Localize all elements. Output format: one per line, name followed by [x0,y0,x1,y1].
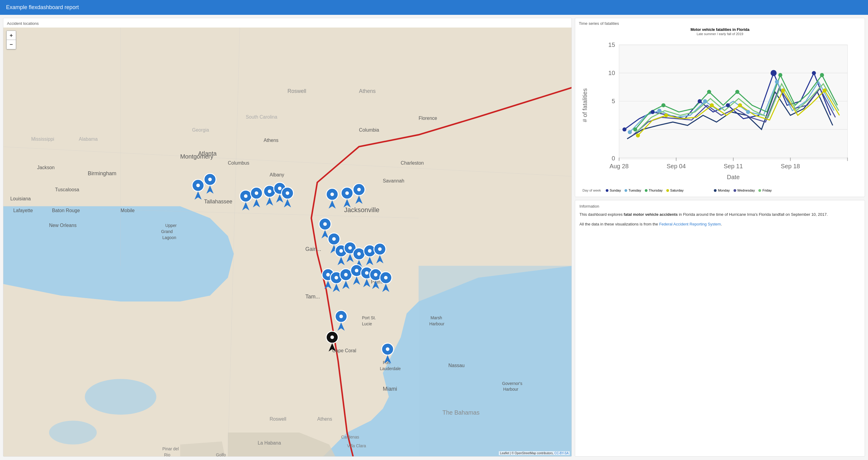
zoom-in-button[interactable]: + [7,31,16,40]
svg-text:Louisiana: Louisiana [10,196,31,201]
svg-point-67 [255,191,258,195]
svg-point-141 [628,130,632,134]
svg-text:Sep 18: Sep 18 [781,163,800,169]
svg-point-153 [664,113,668,117]
tuesday-label: Tuesday [628,189,641,192]
svg-point-77 [345,191,349,195]
tuesday-dot [624,189,627,192]
chart-legend: Day of week Sunday Tuesday Thursday [579,187,861,192]
svg-point-135 [623,127,627,131]
legend-thursday: Thursday [645,189,663,192]
legend-monday: Monday [714,189,730,192]
svg-text:Gain...: Gain... [305,246,321,252]
svg-point-2 [49,421,97,445]
wednesday-label: Wednesday [738,189,755,192]
info-panel-title: Information [579,204,861,208]
svg-text:10: 10 [609,70,615,76]
svg-text:Port St.: Port St. [362,316,376,320]
svg-text:Aug 28: Aug 28 [610,163,629,169]
chart-title: Motor vehicle fatalities in Florida [579,28,861,32]
svg-point-142 [657,109,661,112]
svg-point-69 [268,190,271,193]
svg-text:Roswell: Roswell [287,88,306,94]
federal-accident-reporting-link[interactable]: Federal Accident Reporting System [659,222,721,226]
svg-point-151 [820,73,824,77]
svg-point-154 [710,103,714,107]
svg-text:Montgomery: Montgomery [180,153,213,160]
svg-text:Florence: Florence [418,116,437,121]
svg-point-157 [823,88,827,92]
svg-text:Governor's: Governor's [502,381,522,386]
svg-point-111 [386,348,390,351]
svg-point-79 [357,188,361,191]
svg-text:Athens: Athens [264,138,278,143]
svg-point-149 [735,90,739,94]
svg-point-143 [703,99,707,103]
svg-text:Villa Clara: Villa Clara [347,443,366,448]
friday-dot [758,189,761,192]
svg-text:5: 5 [612,98,615,104]
svg-point-83 [332,237,336,241]
svg-text:Albany: Albany [270,172,284,177]
svg-text:Jacksonville: Jacksonville [344,206,379,213]
info-p2-before: All the data in these visualizations is … [579,222,659,226]
monday-dot [714,189,717,192]
map-attribution: Leaflet | © OpenStreetMap contributors, … [499,451,570,455]
svg-text:New Orleans: New Orleans [49,223,76,228]
svg-point-144 [746,110,750,114]
friday-label: Friday [762,189,772,192]
svg-point-71 [278,187,282,190]
svg-text:La Habana: La Habana [258,440,281,446]
svg-text:Georgia: Georgia [192,127,209,133]
info-panel: Information This dashboard explores fata… [575,200,865,457]
svg-text:Columbia: Columbia [359,127,379,133]
svg-point-113 [331,335,334,339]
svg-text:Pinar del: Pinar del [162,447,179,451]
svg-text:Mobile: Mobile [121,208,135,213]
cc-by-sa-link[interactable]: CC-BY-SA [554,452,568,455]
svg-point-146 [633,127,637,131]
svg-point-145 [775,80,779,84]
svg-text:Rio: Rio [164,453,170,456]
legend-wednesday: Wednesday [734,189,755,192]
chart-panel: Time series of fatalities Motor vehicle … [575,18,865,197]
svg-point-139 [771,70,777,76]
svg-text:Date: Date [727,174,740,180]
sunday-dot [606,189,609,192]
svg-text:Athens: Athens [359,88,376,94]
svg-point-89 [357,252,361,256]
svg-text:South Carolina: South Carolina [246,114,277,120]
svg-text:Tuscaloosa: Tuscaloosa [55,187,79,192]
svg-text:Baton Rouge: Baton Rouge [52,208,80,213]
wednesday-dot [734,189,736,192]
thursday-label: Thursday [649,189,663,192]
zoom-out-button[interactable]: − [7,40,16,49]
svg-text:Harbour: Harbour [430,322,444,326]
svg-point-150 [778,73,782,77]
svg-text:Nassau: Nassau [448,363,465,368]
svg-point-75 [331,193,334,196]
svg-point-109 [339,315,343,318]
svg-text:0: 0 [612,155,615,162]
svg-text:Mississippi: Mississippi [31,136,54,142]
svg-point-105 [374,273,378,276]
map-svg: Birmingham Tuscaloosa Jackson Atlanta At… [3,28,571,456]
svg-point-93 [378,247,382,251]
svg-text:Tam...: Tam... [305,294,320,300]
time-series-chart: 15 10 5 0 # of fatalities Aug 28 [579,38,861,186]
svg-point-73 [286,191,289,195]
svg-text:Harbour: Harbour [503,387,519,392]
svg-text:Upper: Upper [165,223,177,228]
saturday-label: Saturday [670,189,684,192]
monday-label: Monday [718,189,730,192]
svg-text:Miami: Miami [383,386,397,392]
svg-text:The Bahamas: The Bahamas [442,409,480,416]
svg-text:Lafayette: Lafayette [13,208,33,213]
svg-text:Grand: Grand [161,229,173,234]
svg-text:Lucie: Lucie [362,322,372,326]
legend-sunday: Sunday [606,189,621,192]
chart-panel-title: Time series of fatalities [575,18,865,28]
map-container[interactable]: Birmingham Tuscaloosa Jackson Atlanta At… [3,28,571,456]
page-title: Example flexdashboard report [6,4,79,10]
svg-text:Savannah: Savannah [383,178,404,184]
